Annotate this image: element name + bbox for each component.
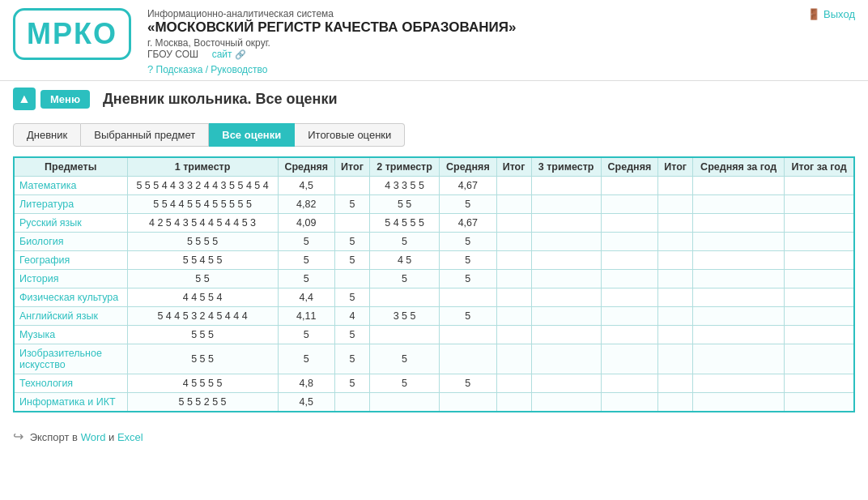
help-links: ? Подсказка / Руководство	[147, 63, 807, 75]
subject-link[interactable]: Математика	[19, 180, 76, 191]
subject-link[interactable]: Музыка	[19, 329, 55, 340]
org-name: «МОСКОВСКИЙ РЕГИСТР КАЧЕСТВА ОБРАЗОВАНИЯ…	[147, 19, 807, 36]
table-row: Информатика и ИКТ5 5 5 2 5 54,5	[14, 393, 854, 412]
tab-diary[interactable]: Дневник	[13, 123, 81, 147]
export-and: и	[108, 431, 117, 443]
subject-link[interactable]: Литература	[19, 199, 74, 210]
subject-link[interactable]: Русский язык	[19, 217, 82, 229]
col-fin3: Итог	[658, 157, 693, 177]
subject-link[interactable]: Английский язык	[19, 310, 98, 322]
col-fin2: Итог	[496, 157, 531, 177]
col-finyear: Итог за год	[785, 157, 854, 177]
col-subjects: Предметы	[14, 157, 127, 177]
page-title: Дневник школьника. Все оценки	[103, 91, 338, 108]
external-icon: 🔗	[235, 49, 246, 59]
col-avg1: Средняя	[278, 157, 334, 177]
site-link[interactable]: сайт 🔗	[212, 49, 246, 60]
table-header-row: Предметы 1 триместр Средняя Итог 2 триме…	[14, 157, 854, 177]
back-button[interactable]: ▲	[13, 88, 36, 110]
table-row: Технология4 5 5 5 54,8555	[14, 374, 854, 393]
school-info: ГБОУ СОШ сайт 🔗	[147, 49, 807, 60]
col-avg2: Средняя	[440, 157, 496, 177]
col-avg3: Средняя	[601, 157, 657, 177]
table-row: История5 5555	[14, 270, 854, 288]
subject-link[interactable]: История	[19, 273, 58, 284]
nav-bar: ▲ Меню Дневник школьника. Все оценки	[0, 81, 868, 117]
system-name: Информационно-аналитическая система	[147, 8, 807, 19]
col-t1: 1 триместр	[127, 157, 278, 177]
table-row: Русский язык4 2 5 4 3 5 4 4 5 4 4 5 34,0…	[14, 214, 854, 233]
subject-link[interactable]: География	[19, 254, 70, 266]
table-row: Литература5 5 4 4 5 5 4 5 5 5 5 54,8255 …	[14, 195, 854, 214]
header: МРКО Информационно-аналитическая система…	[0, 0, 868, 81]
table-wrap: Предметы 1 триместр Средняя Итог 2 триме…	[0, 147, 868, 422]
guide-link[interactable]: Руководство	[211, 64, 267, 75]
school-label: ГБОУ СОШ	[147, 49, 198, 60]
location: г. Москва, Восточный округ.	[147, 37, 807, 49]
grades-table: Предметы 1 триместр Средняя Итог 2 триме…	[13, 156, 855, 412]
export-word-link[interactable]: Word	[81, 431, 106, 443]
table-row: Музыка5 5 555	[14, 326, 854, 344]
logo-wrap: МРКО	[13, 8, 131, 60]
header-info: Информационно-аналитическая система «МОС…	[147, 8, 807, 75]
tab-subject[interactable]: Выбранный предмет	[81, 123, 209, 147]
col-fin1: Итог	[334, 157, 369, 177]
header-right: 🚪 Выход	[807, 8, 855, 25]
col-avgyear: Средняя за год	[693, 157, 785, 177]
menu-button[interactable]: Меню	[40, 90, 90, 109]
table-row: Изобразительное искусство5 5 5555	[14, 344, 854, 374]
export-bar: ↪ Экспорт в Word и Excel	[0, 422, 868, 457]
logout-icon: 🚪	[807, 8, 820, 20]
col-t2: 2 триместр	[370, 157, 440, 177]
subject-link[interactable]: Изобразительное искусство	[19, 348, 102, 370]
logout-link[interactable]: 🚪 Выход	[807, 8, 855, 20]
subject-link[interactable]: Информатика и ИКТ	[19, 396, 116, 408]
subject-link[interactable]: Биология	[19, 236, 64, 247]
table-row: Математика5 5 5 4 4 3 3 2 4 4 3 5 5 4 5 …	[14, 177, 854, 195]
subject-link[interactable]: Физическая культура	[19, 292, 118, 303]
subject-link[interactable]: Технология	[19, 378, 73, 389]
tab-all-grades[interactable]: Все оценки	[209, 123, 295, 147]
export-excel-link[interactable]: Excel	[117, 431, 143, 443]
export-label: Экспорт в	[30, 431, 78, 443]
tabs-bar: Дневник Выбранный предмет Все оценки Ито…	[0, 117, 868, 147]
table-row: Английский язык5 4 4 5 3 2 4 5 4 4 44,11…	[14, 307, 854, 326]
logo: МРКО	[13, 8, 131, 60]
col-t3: 3 триместр	[531, 157, 601, 177]
export-arrow-icon: ↪	[13, 429, 23, 443]
help-link[interactable]: Подсказка	[156, 64, 203, 75]
table-row: Биология5 5 5 55555	[14, 233, 854, 251]
table-row: География5 5 4 5 5554 55	[14, 251, 854, 270]
help-icon: ?	[147, 63, 153, 75]
tab-final-grades[interactable]: Итоговые оценки	[295, 123, 405, 147]
table-row: Физическая культура4 4 5 5 44,45	[14, 288, 854, 307]
